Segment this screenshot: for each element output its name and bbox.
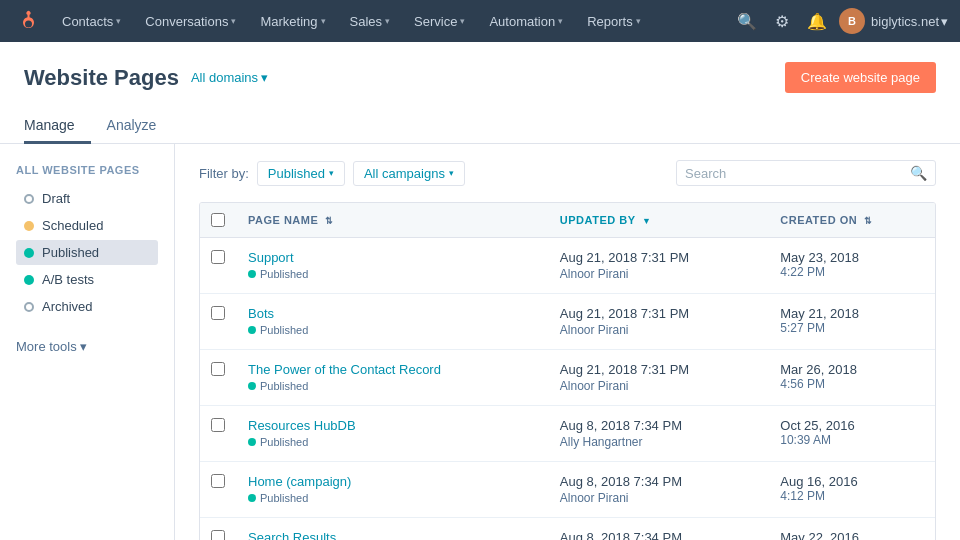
more-tools-button[interactable]: More tools ▾ — [16, 339, 158, 354]
page-header-left: Website Pages All domains ▾ — [24, 65, 268, 91]
select-all-checkbox[interactable] — [211, 213, 225, 227]
sort-icon: ⇅ — [325, 216, 334, 226]
updated-by-header[interactable]: UPDATED BY ▼ — [548, 203, 768, 238]
status-text: Published — [260, 380, 308, 392]
created-time: 5:27 PM — [780, 321, 923, 335]
updated-date: Aug 21, 2018 7:31 PM — [560, 306, 756, 321]
table-row: Resources HubDB Published Aug 8, 2018 7:… — [200, 406, 935, 462]
scheduled-status-icon — [24, 221, 34, 231]
chevron-down-icon: ▾ — [231, 16, 236, 26]
draft-status-icon — [24, 194, 34, 204]
tab-analyze[interactable]: Analyze — [91, 109, 173, 144]
domain-filter[interactable]: All domains ▾ — [191, 70, 268, 85]
status-text: Published — [260, 436, 308, 448]
page-name-link[interactable]: Bots — [248, 306, 536, 321]
created-date: May 23, 2018 — [780, 250, 923, 265]
notifications-icon[interactable]: 🔔 — [801, 8, 833, 35]
status-dot — [248, 382, 256, 390]
updated-date: Aug 8, 2018 7:34 PM — [560, 530, 756, 540]
row-created-on: May 23, 2018 4:22 PM — [768, 238, 935, 294]
status-text: Published — [260, 324, 308, 336]
chevron-down-icon: ▾ — [385, 16, 390, 26]
row-updated-by: Aug 8, 2018 7:34 PM Alnoor Pirani — [548, 518, 768, 541]
row-created-on: Mar 26, 2018 4:56 PM — [768, 350, 935, 406]
created-time: 4:12 PM — [780, 489, 923, 503]
account-name[interactable]: biglytics.net ▾ — [871, 14, 948, 29]
nav-contacts[interactable]: Contacts ▾ — [52, 10, 131, 33]
main-layout: All website pages Draft Scheduled Publis… — [0, 144, 960, 540]
nav-reports[interactable]: Reports ▾ — [577, 10, 651, 33]
row-checkbox[interactable] — [211, 474, 225, 488]
table-row: Bots Published Aug 21, 2018 7:31 PM Alno… — [200, 294, 935, 350]
row-checkbox-cell — [200, 350, 236, 406]
created-on-header[interactable]: CREATED ON ⇅ — [768, 203, 935, 238]
row-updated-by: Aug 8, 2018 7:34 PM Ally Hangartner — [548, 406, 768, 462]
avatar[interactable]: B — [839, 8, 865, 34]
page-name-link[interactable]: The Power of the Contact Record — [248, 362, 536, 377]
row-checkbox[interactable] — [211, 362, 225, 376]
table-row: Support Published Aug 21, 2018 7:31 PM A… — [200, 238, 935, 294]
nav-automation[interactable]: Automation ▾ — [479, 10, 573, 33]
updated-date: Aug 21, 2018 7:31 PM — [560, 362, 756, 377]
top-navigation: Contacts ▾ Conversations ▾ Marketing ▾ S… — [0, 0, 960, 42]
updated-by-name: Alnoor Pirani — [560, 323, 756, 337]
filter-left: Filter by: Published ▾ All campaigns ▾ — [199, 161, 465, 186]
page-name-link[interactable]: Resources HubDB — [248, 418, 536, 433]
updated-date: Aug 8, 2018 7:34 PM — [560, 474, 756, 489]
nav-right-actions: 🔍 ⚙ 🔔 B biglytics.net ▾ — [731, 8, 948, 35]
row-checkbox[interactable] — [211, 250, 225, 264]
row-checkbox[interactable] — [211, 306, 225, 320]
row-page-name: The Power of the Contact Record Publishe… — [236, 350, 548, 406]
search-icon[interactable]: 🔍 — [731, 8, 763, 35]
row-page-name: Search Results Published — [236, 518, 548, 541]
row-checkbox-cell — [200, 294, 236, 350]
settings-icon[interactable]: ⚙ — [769, 8, 795, 35]
checkbox-header — [200, 203, 236, 238]
nav-service[interactable]: Service ▾ — [404, 10, 475, 33]
chevron-down-icon: ▾ — [80, 339, 87, 354]
page-name-link[interactable]: Support — [248, 250, 536, 265]
search-box: 🔍 — [676, 160, 936, 186]
row-checkbox[interactable] — [211, 530, 225, 540]
search-input[interactable] — [685, 166, 910, 181]
sidebar: All website pages Draft Scheduled Publis… — [0, 144, 175, 540]
status-filter-button[interactable]: Published ▾ — [257, 161, 345, 186]
status-dot — [248, 326, 256, 334]
ab-status-icon — [24, 275, 34, 285]
table-row: Search Results Published Aug 8, 2018 7:3… — [200, 518, 935, 541]
nav-sales[interactable]: Sales ▾ — [340, 10, 401, 33]
page-name-header[interactable]: PAGE NAME ⇅ — [236, 203, 548, 238]
sidebar-item-draft[interactable]: Draft — [16, 186, 158, 211]
chevron-down-icon: ▾ — [321, 16, 326, 26]
row-checkbox[interactable] — [211, 418, 225, 432]
hubspot-logo[interactable] — [12, 7, 40, 35]
tab-manage[interactable]: Manage — [24, 109, 91, 144]
updated-by-name: Alnoor Pirani — [560, 491, 756, 505]
chevron-down-icon: ▾ — [558, 16, 563, 26]
nav-marketing[interactable]: Marketing ▾ — [250, 10, 335, 33]
status-text: Published — [260, 268, 308, 280]
created-time: 10:39 AM — [780, 433, 923, 447]
row-page-name: Support Published — [236, 238, 548, 294]
page-container: Website Pages All domains ▾ Create websi… — [0, 42, 960, 540]
page-name-link[interactable]: Home (campaign) — [248, 474, 536, 489]
row-page-name: Home (campaign) Published — [236, 462, 548, 518]
row-checkbox-cell — [200, 238, 236, 294]
sidebar-item-ab-tests[interactable]: A/B tests — [16, 267, 158, 292]
sort-icon: ▼ — [642, 216, 651, 226]
content-area: Filter by: Published ▾ All campaigns ▾ 🔍 — [175, 144, 960, 540]
page-name-link[interactable]: Search Results — [248, 530, 536, 540]
row-created-on: May 22, 2016 12:16 AM — [768, 518, 935, 541]
table-row: The Power of the Contact Record Publishe… — [200, 350, 935, 406]
table-header-row: PAGE NAME ⇅ UPDATED BY ▼ CREATED ON ⇅ — [200, 203, 935, 238]
created-time: 4:22 PM — [780, 265, 923, 279]
sidebar-item-published[interactable]: Published — [16, 240, 158, 265]
search-icon[interactable]: 🔍 — [910, 165, 927, 181]
sidebar-item-archived[interactable]: Archived — [16, 294, 158, 319]
updated-by-name: Ally Hangartner — [560, 435, 756, 449]
nav-conversations[interactable]: Conversations ▾ — [135, 10, 246, 33]
sidebar-item-scheduled[interactable]: Scheduled — [16, 213, 158, 238]
campaign-filter-button[interactable]: All campaigns ▾ — [353, 161, 465, 186]
updated-by-name: Alnoor Pirani — [560, 267, 756, 281]
create-website-page-button[interactable]: Create website page — [785, 62, 936, 93]
